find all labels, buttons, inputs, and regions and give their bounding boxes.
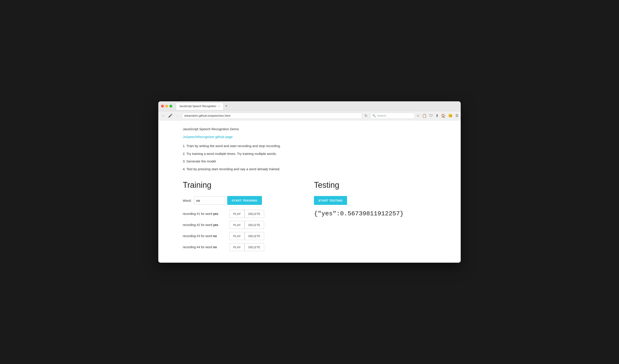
start-training-button[interactable]: START TRAINING bbox=[227, 196, 262, 205]
training-section: Training Word: START TRAINING recording … bbox=[183, 180, 305, 254]
testing-section: Testing START TESTING {"yes":0.567398119… bbox=[305, 180, 436, 254]
download-icon[interactable]: ⬇ bbox=[436, 114, 438, 118]
titlebar: JavaScript Speech Recognition ✕ + bbox=[158, 101, 461, 111]
url-input[interactable] bbox=[182, 113, 362, 119]
active-tab[interactable]: JavaScript Speech Recognition ✕ bbox=[176, 103, 224, 110]
reload-button[interactable]: ↻ bbox=[364, 113, 368, 119]
close-button[interactable] bbox=[161, 105, 164, 108]
browser-window: JavaScript Speech Recognition ✕ + ← 🎤 → … bbox=[158, 101, 461, 263]
play-button-1[interactable]: PLAY bbox=[229, 210, 245, 218]
menu-icon[interactable]: ☰ bbox=[455, 114, 458, 118]
recording-label-3: recording #3 for word no bbox=[183, 234, 229, 238]
start-testing-button[interactable]: START TESTING bbox=[314, 196, 347, 205]
github-link[interactable]: JsSpeechRecognizer github page bbox=[183, 135, 233, 139]
instruction-2: 2. Try training a word multiple times. T… bbox=[183, 151, 436, 156]
recording-label-2: recording #2 for word yes bbox=[183, 223, 229, 227]
testing-result: {"yes":0.56739811912257} bbox=[314, 210, 436, 217]
instruction-4: 4. Test by pressing start recording and … bbox=[183, 167, 436, 172]
search-bar[interactable]: 🔍 Search bbox=[370, 113, 415, 119]
recording-label-1: recording #1 for word yes bbox=[183, 212, 229, 216]
instruction-3: 3. Generate the model bbox=[183, 159, 436, 164]
search-magnifier-icon: 🔍 bbox=[372, 114, 376, 117]
delete-button-3[interactable]: DELETE bbox=[245, 232, 264, 240]
maximize-button[interactable] bbox=[169, 105, 172, 108]
main-columns: Training Word: START TRAINING recording … bbox=[183, 180, 436, 254]
forward-button: → bbox=[174, 113, 180, 119]
toolbar-icons: ☆ 📋 🛡 ⬇ 🏠 😊 ☰ bbox=[416, 114, 458, 118]
delete-button-1[interactable]: DELETE bbox=[245, 210, 264, 218]
traffic-lights bbox=[161, 105, 172, 108]
instructions-list: 1. Train by writing the word and start r… bbox=[183, 144, 436, 172]
recording-row-2: recording #2 for word yes PLAY DELETE bbox=[183, 221, 305, 229]
word-label: Word: bbox=[183, 199, 192, 202]
recording-label-4: recording #4 for word no bbox=[183, 245, 229, 249]
pocket-icon[interactable]: 🛡 bbox=[429, 114, 433, 118]
training-title: Training bbox=[183, 180, 305, 190]
microphone-icon: 🎤 bbox=[168, 114, 172, 118]
profile-icon[interactable]: 😊 bbox=[448, 114, 453, 118]
reader-icon[interactable]: 📋 bbox=[422, 114, 427, 118]
play-button-3[interactable]: PLAY bbox=[229, 232, 245, 240]
home-icon[interactable]: 🏠 bbox=[441, 114, 446, 118]
page-title: JavaScript Speech Recognition Demo bbox=[183, 127, 436, 131]
addressbar: ← 🎤 → ↻ 🔍 Search ☆ 📋 🛡 ⬇ 🏠 😊 ☰ bbox=[158, 111, 461, 121]
word-input[interactable] bbox=[194, 196, 225, 204]
instruction-1: 1. Train by writing the word and start r… bbox=[183, 144, 436, 149]
back-button[interactable]: ← bbox=[161, 113, 166, 119]
recording-row-4: recording #4 for word no PLAY DELETE bbox=[183, 243, 305, 251]
search-placeholder: Search bbox=[377, 114, 386, 117]
play-button-2[interactable]: PLAY bbox=[229, 221, 245, 229]
recording-row-3: recording #3 for word no PLAY DELETE bbox=[183, 232, 305, 240]
testing-title: Testing bbox=[314, 180, 436, 190]
tab-label: JavaScript Speech Recognition bbox=[179, 105, 216, 108]
tab-bar: JavaScript Speech Recognition ✕ + bbox=[176, 103, 458, 110]
word-row: Word: START TRAINING bbox=[183, 196, 305, 205]
delete-button-4[interactable]: DELETE bbox=[245, 243, 264, 251]
new-tab-button[interactable]: + bbox=[224, 104, 229, 108]
recording-row-1: recording #1 for word yes PLAY DELETE bbox=[183, 210, 305, 218]
minimize-button[interactable] bbox=[165, 105, 168, 108]
bookmark-star-icon[interactable]: ☆ bbox=[416, 114, 420, 118]
page-content: JavaScript Speech Recognition Demo JsSpe… bbox=[158, 121, 461, 263]
tab-close-icon[interactable]: ✕ bbox=[218, 105, 220, 108]
play-button-4[interactable]: PLAY bbox=[229, 243, 245, 251]
delete-button-2[interactable]: DELETE bbox=[245, 221, 264, 229]
